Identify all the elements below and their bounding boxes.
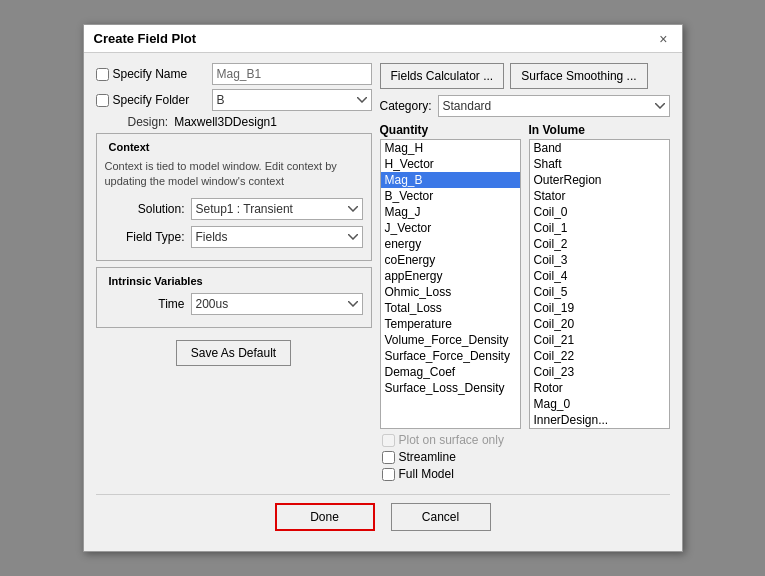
involume-list-item[interactable]: Stator <box>530 188 669 204</box>
quantity-list-item[interactable]: Surface_Loss_Density <box>381 380 520 396</box>
bottom-checkboxes: Plot on surface only Streamline Full Mod… <box>380 433 670 484</box>
involume-list-item[interactable]: Shaft <box>530 156 669 172</box>
involume-list-item[interactable]: Coil_0 <box>530 204 669 220</box>
field-type-select[interactable]: Fields <box>191 226 363 248</box>
full-model-label: Full Model <box>399 467 454 481</box>
lists-section: Quantity Mag_HH_VectorMag_BB_VectorMag_J… <box>380 123 670 429</box>
quantity-column: Quantity Mag_HH_VectorMag_BB_VectorMag_J… <box>380 123 521 429</box>
close-button[interactable]: × <box>655 32 671 46</box>
field-type-row: Field Type: Fields <box>105 226 363 248</box>
full-model-row: Full Model <box>382 467 670 481</box>
involume-list-item[interactable]: Coil_5 <box>530 284 669 300</box>
category-select[interactable]: Standard <box>438 95 670 117</box>
quantity-list-item[interactable]: energy <box>381 236 520 252</box>
quantity-list-item[interactable]: Temperature <box>381 316 520 332</box>
left-panel: Specify Name Specify Folder B Des <box>96 63 372 366</box>
done-button[interactable]: Done <box>275 503 375 531</box>
plot-surface-checkbox <box>382 434 395 447</box>
specify-name-checkbox[interactable] <box>96 68 109 81</box>
save-default-button[interactable]: Save As Default <box>176 340 291 366</box>
intrinsic-group: Intrinsic Variables Time 200us <box>96 267 372 328</box>
quantity-list-item[interactable]: Demag_Coef <box>381 364 520 380</box>
involume-listbox[interactable]: BandShaftOuterRegionStatorCoil_0Coil_1Co… <box>529 139 670 429</box>
involume-list-item[interactable]: Coil_2 <box>530 236 669 252</box>
specify-name-row: Specify Name <box>96 63 372 85</box>
quantity-list-item[interactable]: Surface_Force_Density <box>381 348 520 364</box>
quantity-list-item[interactable]: coEnergy <box>381 252 520 268</box>
category-row: Category: Standard <box>380 95 670 117</box>
category-label: Category: <box>380 99 432 113</box>
quantity-list-item[interactable]: Mag_H <box>381 140 520 156</box>
full-model-checkbox[interactable] <box>382 468 395 481</box>
specify-name-input[interactable] <box>212 63 372 85</box>
involume-list-item[interactable]: OuterRegion <box>530 172 669 188</box>
context-description: Context is tied to model window. Edit co… <box>105 159 363 190</box>
intrinsic-title: Intrinsic Variables <box>105 275 207 287</box>
involume-list-item[interactable]: Coil_20 <box>530 316 669 332</box>
plot-surface-label: Plot on surface only <box>399 433 504 447</box>
streamline-checkbox[interactable] <box>382 451 395 464</box>
footer: Done Cancel <box>96 494 670 541</box>
design-value: Maxwell3DDesign1 <box>174 115 277 129</box>
quantity-list-item[interactable]: J_Vector <box>381 220 520 236</box>
involume-list-item[interactable]: Coil_23 <box>530 364 669 380</box>
plot-surface-row: Plot on surface only <box>382 433 670 447</box>
involume-list-item[interactable]: Coil_22 <box>530 348 669 364</box>
fields-calculator-button[interactable]: Fields Calculator ... <box>380 63 505 89</box>
time-row: Time 200us <box>105 293 363 315</box>
quantity-list-item[interactable]: Volume_Force_Density <box>381 332 520 348</box>
time-select[interactable]: 200us <box>191 293 363 315</box>
solution-select[interactable]: Setup1 : Transient <box>191 198 363 220</box>
involume-list-item[interactable]: Coil_21 <box>530 332 669 348</box>
title-bar: Create Field Plot × <box>84 25 682 53</box>
quantity-list-item[interactable]: Total_Loss <box>381 300 520 316</box>
involume-list-item[interactable]: Rotor <box>530 380 669 396</box>
involume-list-item[interactable]: Mag_0 <box>530 396 669 412</box>
specify-folder-checkbox[interactable] <box>96 94 109 107</box>
create-field-plot-dialog: Create Field Plot × Specify Name <box>83 24 683 552</box>
involume-list-item[interactable]: Band <box>530 140 669 156</box>
quantity-list-item[interactable]: H_Vector <box>381 156 520 172</box>
top-buttons: Fields Calculator ... Surface Smoothing … <box>380 63 670 89</box>
streamline-row: Streamline <box>382 450 670 464</box>
involume-list-item[interactable]: Coil_3 <box>530 252 669 268</box>
quantity-listbox[interactable]: Mag_HH_VectorMag_BB_VectorMag_JJ_Vectore… <box>380 139 521 429</box>
specify-folder-label: Specify Folder <box>96 93 206 107</box>
solution-row: Solution: Setup1 : Transient <box>105 198 363 220</box>
design-row: Design: Maxwell3DDesign1 <box>96 115 372 129</box>
streamline-label: Streamline <box>399 450 456 464</box>
design-label: Design: <box>98 115 169 129</box>
time-label: Time <box>105 297 185 311</box>
quantity-list-item[interactable]: Mag_J <box>381 204 520 220</box>
solution-label: Solution: <box>105 202 185 216</box>
context-group: Context Context is tied to model window.… <box>96 133 372 261</box>
involume-list-item[interactable]: Coil_4 <box>530 268 669 284</box>
quantity-list-item[interactable]: B_Vector <box>381 188 520 204</box>
quantity-list-item[interactable]: Mag_B <box>381 172 520 188</box>
surface-smoothing-button[interactable]: Surface Smoothing ... <box>510 63 647 89</box>
specify-name-label: Specify Name <box>96 67 206 81</box>
specify-folder-select[interactable]: B <box>212 89 372 111</box>
involume-column: In Volume BandShaftOuterRegionStatorCoil… <box>529 123 670 429</box>
right-panel: Fields Calculator ... Surface Smoothing … <box>380 63 670 484</box>
dialog-title: Create Field Plot <box>94 31 197 46</box>
cancel-button[interactable]: Cancel <box>391 503 491 531</box>
quantity-list-item[interactable]: Ohmic_Loss <box>381 284 520 300</box>
involume-list-item[interactable]: Coil_1 <box>530 220 669 236</box>
involume-list-item[interactable]: Coil_19 <box>530 300 669 316</box>
involume-list-item[interactable]: InnerDesign... <box>530 412 669 428</box>
field-type-label: Field Type: <box>105 230 185 244</box>
dialog-body: Specify Name Specify Folder B Des <box>84 53 682 551</box>
context-title: Context <box>105 141 154 153</box>
quantity-header: Quantity <box>380 123 521 137</box>
specify-folder-row: Specify Folder B <box>96 89 372 111</box>
involume-header: In Volume <box>529 123 670 137</box>
quantity-list-item[interactable]: appEnergy <box>381 268 520 284</box>
